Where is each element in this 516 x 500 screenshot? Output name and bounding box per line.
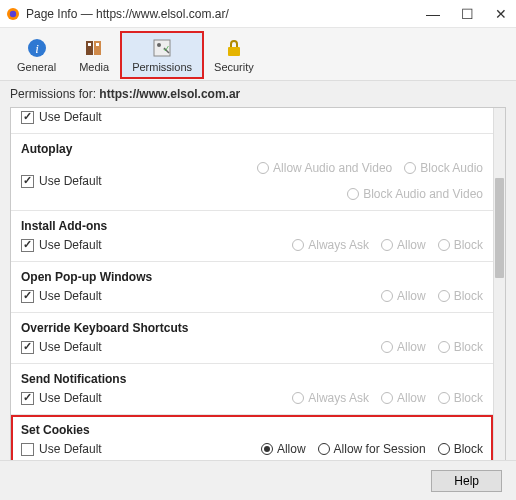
toolbar: i General Media Permissions Security <box>0 28 516 81</box>
radio-icon <box>292 392 304 404</box>
radio-block-audio[interactable]: Block Audio <box>404 161 483 175</box>
radio-icon <box>438 443 450 455</box>
checkbox-icon <box>21 443 34 456</box>
perm-group-cookies: Set Cookies Use Default Allow Allow for … <box>11 415 493 466</box>
svg-text:i: i <box>35 41 39 56</box>
perm-group-truncated-top: Use Default <box>11 108 493 134</box>
radio-icon <box>438 392 450 404</box>
checkbox-icon <box>21 290 34 303</box>
radio-allow[interactable]: Allow <box>381 340 426 354</box>
help-button[interactable]: Help <box>431 470 502 492</box>
tab-permissions[interactable]: Permissions <box>121 32 203 78</box>
radio-icon <box>381 290 393 302</box>
radio-icon <box>347 188 359 200</box>
checkbox-icon <box>21 392 34 405</box>
svg-point-9 <box>157 43 161 47</box>
radio-icon <box>404 162 416 174</box>
radio-allow[interactable]: Allow <box>261 442 306 456</box>
radio-block[interactable]: Block <box>438 238 483 252</box>
group-title: Send Notifications <box>21 372 483 386</box>
use-default-checkbox[interactable]: Use Default <box>21 289 121 303</box>
use-default-label: Use Default <box>39 289 102 303</box>
tab-security[interactable]: Security <box>203 32 265 78</box>
radio-block[interactable]: Block <box>438 442 483 456</box>
checkbox-icon <box>21 239 34 252</box>
media-icon <box>83 35 105 61</box>
use-default-checkbox[interactable]: Use Default <box>21 391 121 405</box>
svg-rect-10 <box>228 47 240 56</box>
tab-label: General <box>17 61 56 73</box>
use-default-checkbox[interactable]: Use Default <box>21 110 121 124</box>
use-default-label: Use Default <box>39 110 102 124</box>
tab-label: Permissions <box>132 61 192 73</box>
window-buttons: — ☐ ✕ <box>424 6 510 22</box>
radio-block-audio-video[interactable]: Block Audio and Video <box>347 187 483 201</box>
permissions-icon <box>151 35 173 61</box>
firefox-icon <box>6 7 20 21</box>
use-default-label: Use Default <box>39 442 102 456</box>
info-icon: i <box>26 35 48 61</box>
use-default-label: Use Default <box>39 174 102 188</box>
radio-block[interactable]: Block <box>438 340 483 354</box>
group-title: Install Add-ons <box>21 219 483 233</box>
radio-allow[interactable]: Allow <box>381 289 426 303</box>
radio-options: Allow Allow for Session Block <box>127 442 483 456</box>
perm-group-autoplay: Autoplay Use Default Allow Audio and Vid… <box>11 134 493 211</box>
scrollbar[interactable] <box>493 108 505 476</box>
radio-icon <box>381 239 393 251</box>
checkbox-icon <box>21 111 34 124</box>
maximize-button[interactable]: ☐ <box>458 6 476 22</box>
use-default-checkbox[interactable]: Use Default <box>21 238 121 252</box>
radio-allow-session[interactable]: Allow for Session <box>318 442 426 456</box>
permissions-list: Use Default Autoplay Use Default Allow A… <box>11 108 493 476</box>
radio-allow[interactable]: Allow <box>381 391 426 405</box>
radio-options: Allow Block <box>127 289 483 303</box>
radio-icon <box>381 341 393 353</box>
radio-icon <box>318 443 330 455</box>
close-button[interactable]: ✕ <box>492 6 510 22</box>
radio-block[interactable]: Block <box>438 289 483 303</box>
radio-icon <box>257 162 269 174</box>
permissions-for-label: Permissions for: <box>10 87 99 101</box>
use-default-checkbox[interactable]: Use Default <box>21 442 121 456</box>
radio-options: Allow Block <box>127 340 483 354</box>
radio-icon <box>438 239 450 251</box>
perm-group-shortcuts: Override Keyboard Shortcuts Use Default … <box>11 313 493 364</box>
perm-group-notifications: Send Notifications Use Default Always As… <box>11 364 493 415</box>
group-title: Override Keyboard Shortcuts <box>21 321 483 335</box>
scrollbar-thumb[interactable] <box>495 178 504 278</box>
radio-allow-audio-video[interactable]: Allow Audio and Video <box>257 161 392 175</box>
window-title: Page Info — https://www.elsol.com.ar/ <box>26 7 424 21</box>
svg-rect-7 <box>96 43 99 46</box>
group-title: Open Pop-up Windows <box>21 270 483 284</box>
use-default-label: Use Default <box>39 238 102 252</box>
checkbox-icon <box>21 341 34 354</box>
use-default-label: Use Default <box>39 391 102 405</box>
minimize-button[interactable]: — <box>424 6 442 22</box>
use-default-checkbox[interactable]: Use Default <box>21 340 121 354</box>
tab-general[interactable]: i General <box>6 32 67 78</box>
use-default-label: Use Default <box>39 340 102 354</box>
radio-block[interactable]: Block <box>438 391 483 405</box>
radio-options: Always Ask Allow Block <box>127 238 483 252</box>
radio-icon <box>438 341 450 353</box>
radio-allow[interactable]: Allow <box>381 238 426 252</box>
permissions-for: Permissions for: https://www.elsol.com.a… <box>0 81 516 107</box>
tab-label: Security <box>214 61 254 73</box>
footer: Help <box>0 460 516 500</box>
radio-always-ask[interactable]: Always Ask <box>292 238 369 252</box>
permissions-for-url: https://www.elsol.com.ar <box>99 87 240 101</box>
svg-rect-6 <box>88 43 91 46</box>
checkbox-icon <box>21 175 34 188</box>
radio-icon <box>381 392 393 404</box>
perm-group-addons: Install Add-ons Use Default Always Ask A… <box>11 211 493 262</box>
group-title: Autoplay <box>21 142 483 156</box>
use-default-checkbox[interactable]: Use Default <box>21 174 121 188</box>
radio-options: Always Ask Allow Block <box>127 391 483 405</box>
radio-options: Allow Audio and Video Block Audio Block … <box>127 161 483 201</box>
tab-media[interactable]: Media <box>67 32 121 78</box>
group-title: Set Cookies <box>21 423 483 437</box>
perm-group-popup: Open Pop-up Windows Use Default Allow Bl… <box>11 262 493 313</box>
tab-label: Media <box>79 61 109 73</box>
radio-always-ask[interactable]: Always Ask <box>292 391 369 405</box>
